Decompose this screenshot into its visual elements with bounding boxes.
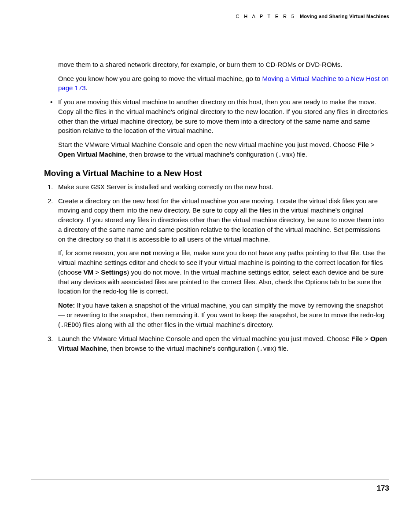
text: , then browse to the virtual machine's c… (107, 345, 259, 352)
continuation-paragraph-2: Once you know how you are going to move … (58, 74, 389, 93)
menu-path-file: File (357, 141, 369, 148)
text: > (369, 141, 375, 148)
step-2-para-1: Create a directory on the new host for t… (58, 196, 389, 244)
chapter-title: Moving and Sharing Virtual Machines (300, 14, 389, 19)
step-2-para-2: If, for some reason, you are not moving … (58, 248, 389, 296)
text: ) file. (274, 345, 289, 352)
footer-rule (31, 480, 389, 480)
step-2: Create a directory on the new host for t… (44, 196, 389, 330)
note-label: Note: (58, 301, 75, 309)
emphasis-not: not (141, 249, 151, 257)
filename-vmx: .vmx (259, 345, 274, 352)
text: Once you know how you are going to move … (58, 75, 262, 82)
body-content: move them to a shared network directory,… (44, 60, 389, 353)
step-2-para-3-note: Note: If you have taken a snapshot of th… (58, 301, 389, 330)
menu-path-open-vm: Open Virtual Machine (58, 150, 125, 158)
text: ) file. (293, 150, 307, 158)
page-number: 173 (377, 483, 389, 494)
menu-path-file: File (351, 335, 363, 342)
ordered-steps: Make sure GSX Server is installed and wo… (44, 182, 389, 353)
text: If, for some reason, you are (58, 249, 141, 257)
bullet-paragraph-1: If you are moving this virtual machine t… (58, 97, 389, 136)
section-heading: Moving a Virtual Machine to a New Host (44, 167, 389, 180)
text: , then browse to the virtual machine's c… (125, 150, 278, 158)
bullet-list: If you are moving this virtual machine t… (44, 97, 389, 159)
text: Launch the VMware Virtual Machine Consol… (58, 335, 351, 342)
filename-vmx: .vmx (278, 151, 293, 158)
text: . (86, 84, 88, 92)
step-3-text: Launch the VMware Virtual Machine Consol… (58, 334, 389, 353)
running-header: C H A P T E R 5 Moving and Sharing Virtu… (44, 13, 389, 20)
chapter-label: C H A P T E R 5 (236, 14, 296, 19)
menu-path-vm: VM (84, 268, 94, 276)
step-3: Launch the VMware Virtual Machine Consol… (44, 334, 389, 353)
text: > (363, 335, 370, 342)
continuation-paragraph-1: move them to a shared network directory,… (58, 60, 389, 70)
menu-path-settings: Settings (101, 268, 127, 276)
text: ) files along with all the other files i… (79, 321, 273, 328)
filename-redo: .REDO (60, 322, 79, 329)
bullet-paragraph-2: Start the VMware Virtual Machine Console… (58, 140, 389, 159)
text: Start the VMware Virtual Machine Console… (58, 141, 357, 148)
page: C H A P T E R 5 Moving and Sharing Virtu… (0, 0, 420, 353)
bullet-item: If you are moving this virtual machine t… (44, 97, 389, 159)
text: > (93, 268, 101, 276)
step-1-text: Make sure GSX Server is installed and wo… (58, 182, 389, 192)
step-1: Make sure GSX Server is installed and wo… (44, 182, 389, 192)
